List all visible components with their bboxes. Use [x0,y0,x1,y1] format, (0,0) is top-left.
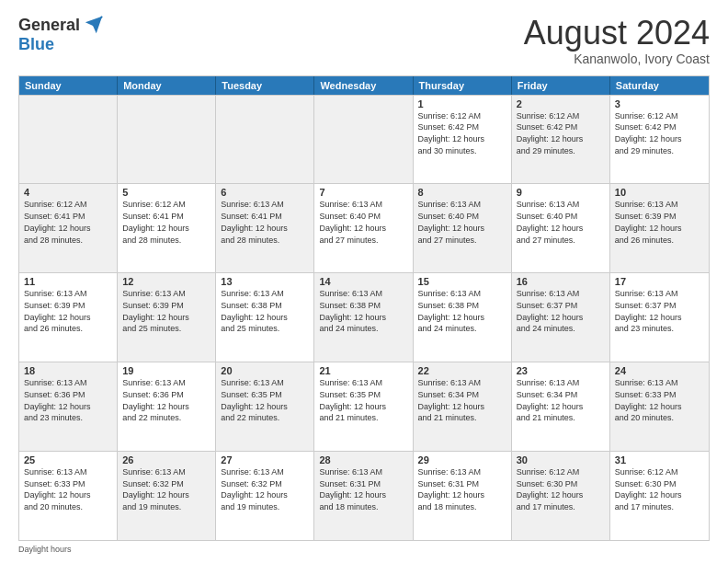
cell-info-line: Sunrise: 6:13 AM [418,200,506,211]
calendar-page: General Blue August 2024 Kananwolo, Ivor… [0,0,728,563]
cell-info-line: Daylight: 12 hours [221,402,309,413]
cell-info-line: Daylight: 12 hours [221,313,309,324]
cell-info-line: Sunset: 6:40 PM [418,212,506,223]
cell-info-line: Sunset: 6:41 PM [122,212,210,223]
cell-info-line: Sunset: 6:40 PM [517,212,605,223]
calendar-cell-12: 12Sunrise: 6:13 AMSunset: 6:39 PMDayligh… [118,273,216,362]
header-day-saturday: Saturday [610,76,709,95]
cell-info-line: Sunset: 6:39 PM [24,301,112,312]
cell-info-line: and 29 minutes. [517,146,605,157]
cell-info-line: and 25 minutes. [221,324,309,335]
calendar-cell-18: 18Sunrise: 6:13 AMSunset: 6:36 PMDayligh… [19,362,118,451]
cell-info-line: Sunrise: 6:13 AM [24,378,112,389]
cell-info-line: Daylight: 12 hours [319,490,407,501]
cell-info-line: and 29 minutes. [615,146,704,157]
cell-info-line: Daylight: 12 hours [221,490,309,501]
cell-info-line: Daylight: 12 hours [517,402,605,413]
cell-info-line: and 26 minutes. [24,324,112,335]
calendar-cell-22: 22Sunrise: 6:13 AMSunset: 6:34 PMDayligh… [414,362,512,451]
cell-info-line: and 17 minutes. [517,502,605,513]
calendar-cell-26: 26Sunrise: 6:13 AMSunset: 6:32 PMDayligh… [118,452,216,540]
cell-info-line: Sunset: 6:38 PM [221,301,309,312]
cell-info-line: Sunrise: 6:13 AM [319,378,407,389]
day-number: 9 [517,187,605,198]
day-number: 27 [221,454,309,465]
cell-info-line: Sunrise: 6:12 AM [517,111,605,122]
day-number: 29 [418,454,506,465]
cell-info-line: and 22 minutes. [221,413,309,424]
cell-info-line: and 28 minutes. [24,236,112,247]
cell-info-line: Sunrise: 6:13 AM [418,467,506,478]
day-number: 19 [122,365,210,376]
day-number: 13 [221,276,309,287]
cell-info-line: and 23 minutes. [24,413,112,424]
day-number: 26 [122,454,210,465]
cell-info-line: Daylight: 12 hours [122,224,210,235]
calendar-cell-30: 30Sunrise: 6:12 AMSunset: 6:30 PMDayligh… [512,452,610,540]
day-number: 2 [517,98,605,109]
calendar-cell-8: 8Sunrise: 6:13 AMSunset: 6:40 PMDaylight… [414,184,512,272]
logo-blue-text: Blue [18,35,54,54]
cell-info-line: and 20 minutes. [615,413,704,424]
calendar-cell-14: 14Sunrise: 6:13 AMSunset: 6:38 PMDayligh… [314,273,413,362]
cell-info-line: Sunset: 6:36 PM [24,390,112,401]
cell-info-line: Sunset: 6:39 PM [615,212,704,223]
logo-general-text: General [18,16,80,35]
cell-info-line: Sunrise: 6:13 AM [517,200,605,211]
calendar-cell-empty-0-2 [216,96,314,184]
calendar-cell-24: 24Sunrise: 6:13 AMSunset: 6:33 PMDayligh… [610,362,709,451]
day-number: 12 [122,276,210,287]
cell-info-line: Sunrise: 6:13 AM [615,289,704,300]
day-number: 11 [24,276,112,287]
logo: General Blue [18,15,104,54]
cell-info-line: Sunrise: 6:12 AM [418,111,506,122]
cell-info-line: Sunset: 6:31 PM [418,479,506,490]
day-number: 24 [615,365,704,376]
cell-info-line: Daylight: 12 hours [517,313,605,324]
cell-info-line: Sunset: 6:42 PM [517,122,605,133]
day-number: 20 [221,365,309,376]
calendar-cell-11: 11Sunrise: 6:13 AMSunset: 6:39 PMDayligh… [19,273,118,362]
calendar-cell-19: 19Sunrise: 6:13 AMSunset: 6:36 PMDayligh… [118,362,216,451]
day-number: 17 [615,276,704,287]
calendar-cell-15: 15Sunrise: 6:13 AMSunset: 6:38 PMDayligh… [414,273,512,362]
cell-info-line: Daylight: 12 hours [319,313,407,324]
cell-info-line: Daylight: 12 hours [319,224,407,235]
cell-info-line: Sunset: 6:32 PM [122,479,210,490]
cell-info-line: and 22 minutes. [122,413,210,424]
calendar-cell-1: 1Sunrise: 6:12 AMSunset: 6:42 PMDaylight… [414,96,512,184]
calendar-cell-9: 9Sunrise: 6:13 AMSunset: 6:40 PMDaylight… [512,184,610,272]
cell-info-line: Sunrise: 6:13 AM [319,289,407,300]
day-number: 18 [24,365,112,376]
cell-info-line: and 27 minutes. [319,236,407,247]
cell-info-line: Sunrise: 6:13 AM [221,200,309,211]
cell-info-line: Sunset: 6:33 PM [24,479,112,490]
calendar-cell-25: 25Sunrise: 6:13 AMSunset: 6:33 PMDayligh… [19,452,118,540]
calendar-cell-10: 10Sunrise: 6:13 AMSunset: 6:39 PMDayligh… [610,184,709,272]
day-number: 4 [24,187,112,198]
cell-info-line: Daylight: 12 hours [319,402,407,413]
cell-info-line: Sunrise: 6:13 AM [122,289,210,300]
cell-info-line: Daylight: 12 hours [418,313,506,324]
footer-note: Daylight hours [18,545,710,554]
cell-info-line: Sunset: 6:41 PM [221,212,309,223]
cell-info-line: Daylight: 12 hours [122,402,210,413]
calendar-cell-3: 3Sunrise: 6:12 AMSunset: 6:42 PMDaylight… [610,96,709,184]
cell-info-line: Sunset: 6:31 PM [319,479,407,490]
cell-info-line: Daylight: 12 hours [615,402,704,413]
day-number: 7 [319,187,407,198]
day-number: 28 [319,454,407,465]
cell-info-line: Sunset: 6:36 PM [122,390,210,401]
cell-info-line: Sunrise: 6:12 AM [615,467,704,478]
calendar-body: 1Sunrise: 6:12 AMSunset: 6:42 PMDaylight… [19,95,709,540]
day-number: 1 [418,98,506,109]
cell-info-line: and 25 minutes. [122,324,210,335]
cell-info-line: Daylight: 12 hours [517,490,605,501]
cell-info-line: and 26 minutes. [615,236,704,247]
cell-info-line: Daylight: 12 hours [517,134,605,145]
cell-info-line: Sunset: 6:30 PM [517,479,605,490]
cell-info-line: Daylight: 12 hours [24,313,112,324]
cell-info-line: and 23 minutes. [615,324,704,335]
cell-info-line: and 28 minutes. [221,236,309,247]
calendar-cell-31: 31Sunrise: 6:12 AMSunset: 6:30 PMDayligh… [610,452,709,540]
